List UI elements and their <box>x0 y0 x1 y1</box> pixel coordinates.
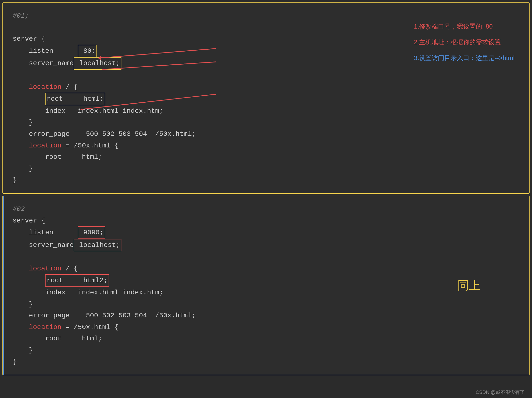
annotation-2: 2.主机地址：根据你的需求设置 <box>414 38 515 46</box>
root-dir-box: root html; <box>45 93 105 105</box>
code-block-2: #02 server { listen 9090; server_name lo… <box>2 196 530 375</box>
comment-2: #02 <box>13 205 25 213</box>
annotation-3: 3.设置访问目录入口：这里是-->html <box>414 54 515 62</box>
listen-port-box-2: 9090; <box>78 226 105 239</box>
root-dir-box-2: root html2; <box>45 274 109 287</box>
code-block-1: #01; server { listen 80; server_name loc… <box>2 2 530 194</box>
same-as-above-label: 同上 <box>457 278 481 293</box>
main-container: #01; server { listen 80; server_name loc… <box>0 0 532 378</box>
comment-1: #01; <box>13 12 29 20</box>
annotations-block1: 1.修改端口号，我设置的: 80 2.主机地址：根据你的需求设置 3.设置访问目… <box>414 22 515 69</box>
credit-label: CSDN @戒不混没有了 <box>476 389 525 396</box>
server-name-box-2: localhost; <box>74 239 121 252</box>
annotation-1: 1.修改端口号，我设置的: 80 <box>414 22 515 31</box>
left-accent-bar <box>3 196 4 375</box>
code-content-2: #02 server { listen 9090; server_name lo… <box>13 203 519 367</box>
server-name-box: localhost; <box>74 57 121 70</box>
listen-port-box: 80; <box>78 45 97 57</box>
